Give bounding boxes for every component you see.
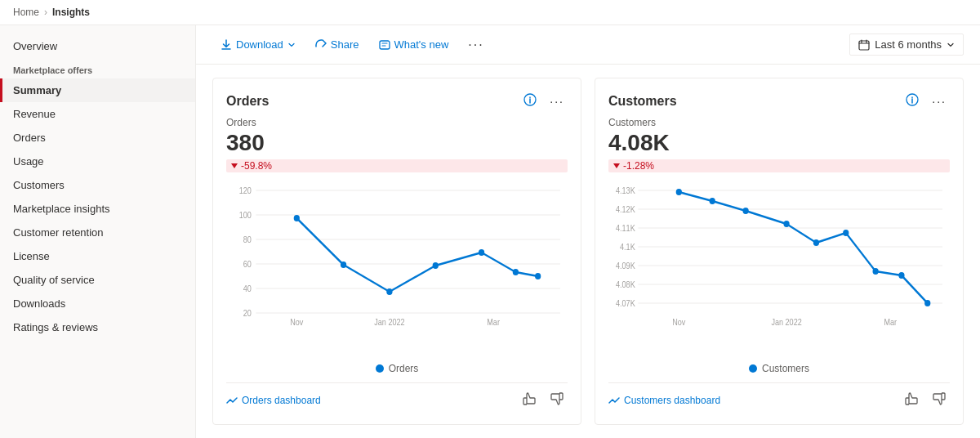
customers-more-icon: ··· — [932, 95, 947, 108]
svg-text:4.12K: 4.12K — [616, 205, 635, 215]
orders-feedback-btns — [519, 390, 568, 411]
breadcrumb: Home › Insights — [0, 0, 980, 25]
customers-card-footer: Customers dashboard — [608, 382, 950, 411]
sidebar-item-summary[interactable]: Summary — [0, 78, 195, 102]
sidebar-item-downloads[interactable]: Downloads — [0, 292, 195, 315]
sidebar-section-label: Marketplace offers — [0, 57, 195, 78]
svg-text:Mar: Mar — [487, 318, 500, 328]
svg-rect-1 — [859, 41, 869, 50]
orders-chart-area: 120 100 80 60 40 20 Nov Jan 2022 Mar — [226, 182, 568, 358]
more-button[interactable]: ··· — [460, 34, 492, 56]
whats-new-button[interactable]: What's new — [371, 34, 457, 55]
more-icon: ··· — [468, 38, 483, 51]
main-layout: Overview Marketplace offers Summary Reve… — [0, 25, 980, 438]
thumbs-up-icon — [522, 391, 537, 406]
svg-text:Nov: Nov — [672, 318, 685, 328]
svg-point-49 — [813, 239, 819, 246]
sidebar: Overview Marketplace offers Summary Reve… — [0, 25, 196, 438]
orders-legend-label: Orders — [389, 363, 419, 374]
orders-dashboard-link[interactable]: Orders dashboard — [226, 395, 321, 406]
customers-thumbs-up-icon — [904, 391, 919, 406]
svg-text:Nov: Nov — [290, 318, 303, 328]
svg-point-50 — [843, 230, 849, 236]
svg-text:4.11K: 4.11K — [616, 224, 635, 234]
whats-new-icon — [379, 39, 390, 51]
svg-point-24 — [513, 269, 519, 275]
orders-metric-value: 380 — [226, 130, 568, 156]
thumbs-down-icon — [550, 391, 564, 406]
app-container: Home › Insights Overview Marketplace off… — [0, 0, 980, 438]
sidebar-item-customer-retention[interactable]: Customer retention — [0, 221, 195, 244]
share-button[interactable]: Share — [307, 34, 368, 55]
svg-text:4.13K: 4.13K — [616, 186, 635, 196]
breadcrumb-separator: › — [44, 7, 47, 18]
customers-info-button[interactable] — [902, 92, 922, 110]
svg-point-23 — [479, 249, 484, 256]
svg-text:40: 40 — [243, 284, 252, 294]
customers-thumbs-up-button[interactable] — [901, 390, 922, 411]
customers-more-button[interactable]: ··· — [929, 93, 950, 110]
download-icon — [220, 39, 232, 51]
orders-thumbs-down-button[interactable] — [546, 390, 568, 411]
breadcrumb-current: Insights — [52, 7, 90, 18]
download-button[interactable]: Download — [212, 34, 304, 55]
customers-card-title: Customers — [608, 94, 677, 109]
customers-chart-area: 4.13K 4.12K 4.11K 4.1K 4.09K 4.08K 4.07K… — [608, 182, 950, 358]
customers-metric-change: -1.28% — [608, 159, 950, 172]
svg-text:4.07K: 4.07K — [616, 299, 635, 309]
sidebar-item-usage[interactable]: Usage — [0, 150, 195, 173]
svg-text:20: 20 — [243, 309, 252, 319]
customers-info-icon — [906, 93, 919, 106]
customers-card-actions: ··· — [902, 92, 950, 110]
orders-more-button[interactable]: ··· — [546, 93, 568, 110]
sidebar-item-quality-of-service[interactable]: Quality of service — [0, 268, 195, 292]
svg-marker-27 — [613, 163, 620, 168]
svg-point-22 — [433, 262, 439, 269]
svg-point-46 — [710, 198, 715, 204]
sidebar-item-ratings-reviews[interactable]: Ratings & reviews — [0, 315, 195, 339]
breadcrumb-home[interactable]: Home — [13, 7, 39, 18]
sidebar-item-marketplace-insights[interactable]: Marketplace insights — [0, 197, 195, 221]
sidebar-item-license[interactable]: License — [0, 244, 195, 268]
orders-thumbs-up-button[interactable] — [519, 390, 540, 411]
orders-down-arrow-icon — [230, 162, 238, 170]
customers-chart-legend: Customers — [608, 363, 950, 374]
orders-card-footer: Orders dashboard — [226, 382, 568, 411]
svg-text:100: 100 — [239, 211, 252, 221]
customers-down-arrow-icon — [612, 162, 621, 170]
svg-point-25 — [535, 273, 541, 279]
download-chevron-icon — [287, 41, 296, 49]
orders-metric-label: Orders — [226, 117, 568, 128]
customers-feedback-btns — [901, 390, 950, 411]
sidebar-item-revenue[interactable]: Revenue — [0, 102, 195, 126]
sidebar-item-orders[interactable]: Orders — [0, 126, 195, 150]
calendar-icon — [858, 39, 870, 51]
cards-grid: Orders ··· — [196, 65, 980, 438]
svg-rect-0 — [380, 41, 390, 49]
customers-metric-value: 4.08K — [608, 130, 950, 156]
svg-text:4.08K: 4.08K — [616, 280, 635, 290]
svg-point-47 — [742, 208, 748, 214]
orders-info-button[interactable] — [520, 92, 540, 110]
svg-text:4.1K: 4.1K — [620, 243, 635, 253]
svg-marker-3 — [231, 163, 238, 168]
customers-thumbs-down-icon — [932, 391, 947, 406]
toolbar: Download Share What's ne — [196, 25, 980, 65]
customers-dashboard-link[interactable]: Customers dashboard — [608, 395, 720, 406]
customers-thumbs-down-button[interactable] — [929, 390, 950, 411]
svg-point-48 — [783, 221, 789, 227]
orders-card-header: Orders ··· — [226, 92, 568, 110]
customers-card: Customers ··· — [595, 78, 964, 425]
date-range-button[interactable]: Last 6 months — [849, 34, 964, 56]
customers-chart-svg: 4.13K 4.12K 4.11K 4.1K 4.09K 4.08K 4.07K… — [608, 182, 950, 329]
share-icon — [315, 39, 327, 51]
sidebar-item-overview[interactable]: Overview — [0, 35, 195, 57]
svg-text:80: 80 — [243, 235, 252, 245]
orders-metric-change: -59.8% — [226, 159, 568, 172]
orders-trend-icon — [226, 395, 238, 406]
svg-text:60: 60 — [243, 260, 252, 270]
sidebar-item-customers[interactable]: Customers — [0, 173, 195, 197]
svg-text:Jan 2022: Jan 2022 — [771, 318, 801, 328]
customers-legend-label: Customers — [762, 363, 809, 374]
orders-chart-legend: Orders — [226, 363, 568, 374]
